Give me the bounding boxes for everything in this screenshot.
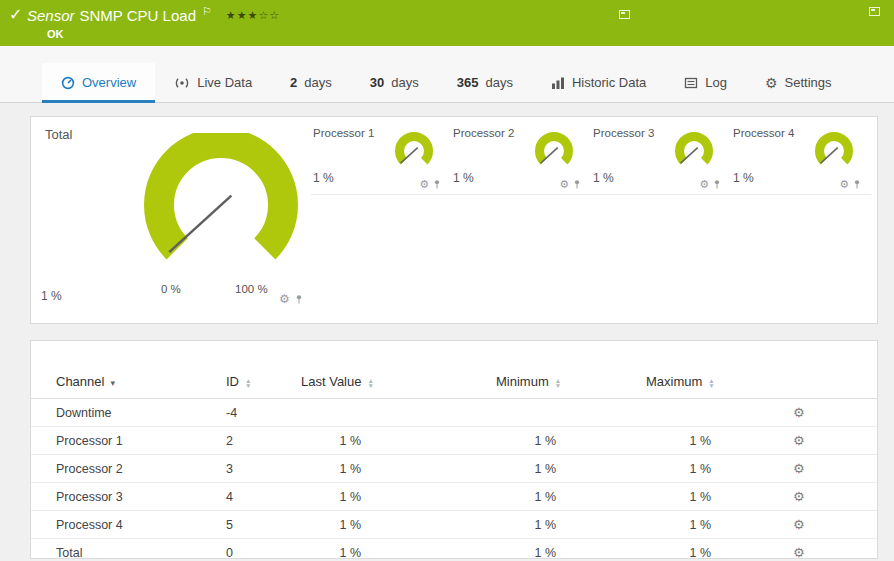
- channel-settings-icon[interactable]: ⚙: [793, 405, 805, 420]
- col-minimum[interactable]: Minimum: [496, 374, 549, 389]
- col-maximum[interactable]: Maximum: [646, 374, 702, 389]
- channel-minimum: [461, 399, 616, 427]
- tab-2-days[interactable]: 2 days: [271, 63, 351, 102]
- table-row: Downtime -4 ⚙: [31, 399, 877, 427]
- processor-gauge: [389, 131, 439, 175]
- col-last-value[interactable]: Last Value: [301, 374, 361, 389]
- pin-icon[interactable]: [713, 179, 721, 190]
- pin-icon[interactable]: [573, 179, 581, 190]
- channel-name: Processor 4: [31, 511, 226, 539]
- gauge-scale-min: 0 %: [161, 283, 181, 295]
- sort-down-icon: ▼: [245, 383, 251, 388]
- col-id[interactable]: ID: [226, 374, 239, 389]
- sensor-name: SNMP CPU Load: [80, 7, 196, 24]
- sort-icon[interactable]: ▲▼: [708, 378, 714, 388]
- channel-last-value: 1 %: [301, 455, 461, 483]
- gauges-panel: Total 1 % 0 % 100 % ⚙ Processor 1 1 % ⚙: [30, 116, 878, 324]
- pin-icon[interactable]: [433, 179, 441, 190]
- channels-panel: Channel▾ ID▲▼ Last Value▲▼ Minimum▲▼ Max…: [30, 340, 878, 559]
- tab-365-days[interactable]: 365 days: [438, 63, 532, 102]
- status-check-icon: ✓: [9, 5, 22, 24]
- channel-name: Processor 2: [31, 455, 226, 483]
- header-screen-icon[interactable]: [619, 10, 630, 19]
- sort-desc-icon[interactable]: ▾: [110, 378, 115, 388]
- processor-label: Processor 3: [593, 127, 654, 139]
- tab-label: Historic Data: [572, 75, 646, 90]
- sensor-header: ✓ SensorSNMP CPU Load⚐★★★☆☆ OK: [0, 0, 894, 46]
- tab-log[interactable]: Log: [665, 63, 746, 102]
- total-gauge-value: 1 %: [41, 289, 62, 303]
- tab-label: Settings: [785, 75, 832, 90]
- channel-last-value: 1 %: [301, 427, 461, 455]
- historic-chart-icon: [551, 76, 565, 90]
- table-header-row: Channel▾ ID▲▼ Last Value▲▼ Minimum▲▼ Max…: [31, 369, 877, 399]
- total-gauge: [126, 133, 316, 283]
- processor-2-tile: Processor 2 1 % ⚙: [451, 127, 591, 195]
- tab-historic-data[interactable]: Historic Data: [532, 63, 665, 102]
- channel-settings-icon[interactable]: ⚙: [793, 461, 805, 476]
- channel-settings-icon[interactable]: ⚙: [793, 545, 805, 560]
- tab-label: days: [304, 75, 331, 90]
- settings-gear-icon: ⚙: [765, 76, 778, 90]
- channel-maximum: 1 %: [616, 427, 771, 455]
- channel-maximum: [616, 399, 771, 427]
- status-badge: OK: [47, 28, 64, 40]
- gauge-scale-max: 100 %: [235, 283, 268, 295]
- processor-label: Processor 2: [453, 127, 514, 139]
- gauge-settings-icon[interactable]: ⚙: [419, 179, 429, 190]
- channel-maximum: 1 %: [616, 483, 771, 511]
- sort-down-icon: ▼: [367, 383, 373, 388]
- gauge-settings-icon[interactable]: ⚙: [839, 179, 849, 190]
- channel-last-value: [301, 399, 461, 427]
- channel-minimum: 1 %: [461, 483, 616, 511]
- gauge-settings-icon[interactable]: ⚙: [699, 179, 709, 190]
- channel-id: 2: [226, 427, 301, 455]
- gauge-settings-icon[interactable]: ⚙: [559, 179, 569, 190]
- tab-day-number: 2: [290, 75, 297, 90]
- col-channel[interactable]: Channel: [56, 374, 104, 389]
- channel-settings-icon[interactable]: ⚙: [793, 517, 805, 532]
- pin-icon[interactable]: [853, 179, 861, 190]
- gauge-actions: ⚙: [699, 179, 721, 190]
- channel-settings-icon[interactable]: ⚙: [793, 489, 805, 504]
- tab-live-data[interactable]: Live Data: [155, 63, 271, 102]
- sort-down-icon: ▼: [555, 383, 561, 388]
- processor-gauge: [809, 131, 859, 175]
- priority-stars[interactable]: ★★★☆☆: [226, 9, 280, 21]
- tab-overview[interactable]: Overview: [42, 63, 155, 102]
- channel-table: Channel▾ ID▲▼ Last Value▲▼ Minimum▲▼ Max…: [31, 369, 877, 561]
- sort-icon[interactable]: ▲▼: [367, 378, 373, 388]
- processor-gauges: Processor 1 1 % ⚙ Processor 2 1 % ⚙: [311, 127, 871, 195]
- tab-label: days: [485, 75, 512, 90]
- flag-icon[interactable]: ⚐: [202, 5, 212, 17]
- processor-1-tile: Processor 1 1 % ⚙: [311, 127, 451, 195]
- tab-label: Live Data: [197, 75, 252, 90]
- processor-gauge: [669, 131, 719, 175]
- overview-gauge-icon: [61, 76, 75, 90]
- live-data-icon: [174, 76, 190, 90]
- sort-icon[interactable]: ▲▼: [555, 378, 561, 388]
- channel-last-value: 1 %: [301, 483, 461, 511]
- channel-id: 3: [226, 455, 301, 483]
- channel-name: Total: [31, 539, 226, 561]
- table-row: Processor 2 3 1 % 1 % 1 % ⚙: [31, 455, 877, 483]
- processor-3-tile: Processor 3 1 % ⚙: [591, 127, 731, 195]
- channel-maximum: 1 %: [616, 539, 771, 561]
- processor-label: Processor 1: [313, 127, 374, 139]
- tab-30-days[interactable]: 30 days: [351, 63, 438, 102]
- page-title: SensorSNMP CPU Load⚐★★★☆☆: [27, 5, 280, 24]
- sort-icon[interactable]: ▲▼: [245, 378, 251, 388]
- log-icon: [684, 76, 698, 90]
- tab-day-number: 365: [457, 75, 479, 90]
- channel-name: Processor 1: [31, 427, 226, 455]
- sort-down-icon: ▼: [708, 383, 714, 388]
- gauge-settings-icon[interactable]: ⚙: [279, 293, 290, 305]
- header-window-icon[interactable]: [869, 7, 880, 16]
- pin-icon[interactable]: [295, 294, 303, 305]
- tab-settings[interactable]: ⚙ Settings: [746, 63, 851, 102]
- channel-id: 4: [226, 483, 301, 511]
- processor-gauge: [529, 131, 579, 175]
- table-row: Processor 1 2 1 % 1 % 1 % ⚙: [31, 427, 877, 455]
- channel-settings-icon[interactable]: ⚙: [793, 433, 805, 448]
- tab-bar: Overview Live Data 2 days 30 days 365 da…: [0, 46, 894, 103]
